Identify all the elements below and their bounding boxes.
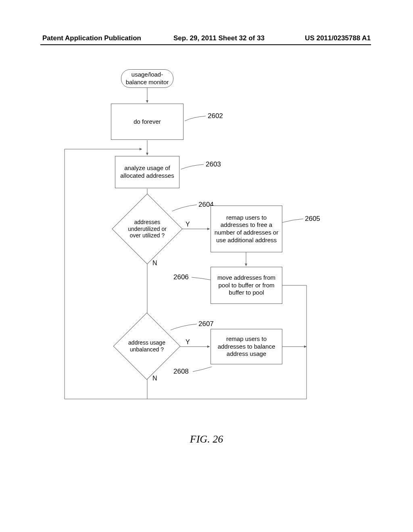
- connectors: [0, 64, 413, 468]
- edge-n-2607: N: [152, 375, 157, 382]
- process-2605: remap users to addresses to free a numbe…: [211, 206, 282, 252]
- ref-2602: 2602: [208, 112, 223, 120]
- process-2608: remap users to addresses to balance addr…: [211, 329, 282, 364]
- header-center: Sep. 29, 2011 Sheet 32 of 33: [173, 34, 265, 42]
- process-2603-text: analyze usage of allocated addresses: [119, 164, 176, 180]
- ref-2605: 2605: [305, 215, 320, 223]
- edge-y-2607: Y: [186, 339, 190, 346]
- process-2606-text: move addresses from pool to buffer or fr…: [214, 274, 279, 297]
- terminator-start-text: usage/load-balance monitor: [125, 71, 170, 86]
- header-left: Patent Application Publication: [42, 34, 141, 42]
- ref-2603: 2603: [206, 160, 221, 168]
- figure-caption: FIG. 26: [0, 433, 413, 445]
- ref-2606: 2606: [173, 273, 189, 281]
- edge-n-2604: N: [152, 260, 157, 267]
- page-header: Patent Application Publication Sep. 29, …: [0, 34, 413, 44]
- process-2608-text: remap users to addresses to balance addr…: [214, 335, 279, 358]
- decision-2604-text: addresses underutilized or over utilized…: [122, 204, 172, 254]
- edge-y-2604: Y: [186, 221, 190, 228]
- decision-2604: addresses underutilized or over utilized…: [122, 204, 172, 254]
- terminator-start: usage/load-balance monitor: [121, 69, 173, 88]
- decision-2607: address usage unbalanced ?: [123, 322, 171, 370]
- flowchart: usage/load-balance monitor do forever 26…: [0, 64, 413, 468]
- process-2602-text: do forever: [133, 118, 161, 126]
- process-2605-text: remap users to addresses to free a numbe…: [214, 214, 279, 244]
- ref-2608: 2608: [173, 368, 189, 376]
- decision-2607-text: address usage unbalanced ?: [123, 322, 171, 370]
- ref-2607: 2607: [198, 320, 214, 328]
- process-2602: do forever: [111, 104, 184, 140]
- process-2603: analyze usage of allocated addresses: [115, 156, 179, 188]
- process-2606: move addresses from pool to buffer or fr…: [211, 267, 282, 304]
- header-rule: [40, 44, 371, 45]
- header-right: US 2011/0235788 A1: [305, 34, 371, 42]
